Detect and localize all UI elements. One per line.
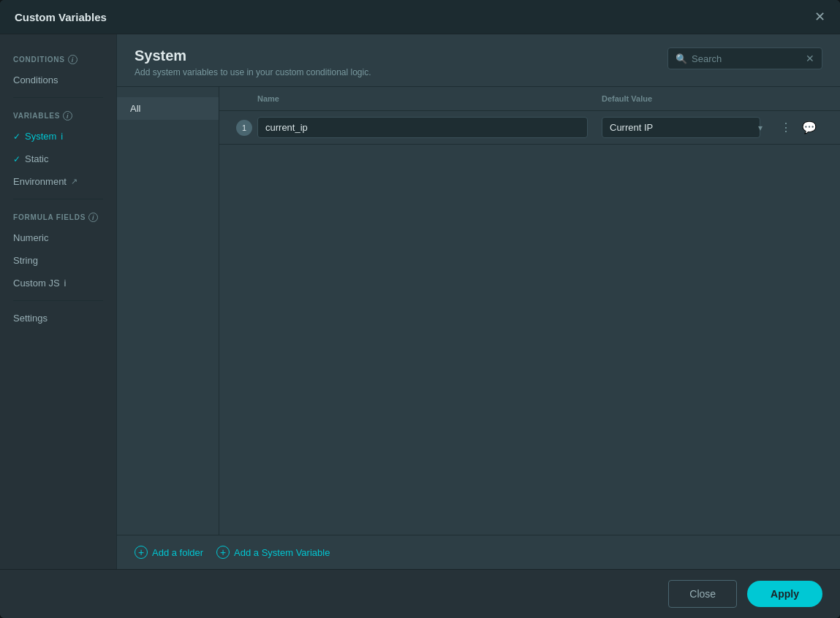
search-clear-icon[interactable]: ✕ [806,53,814,64]
default-value-select[interactable]: Current IP Static IP Dynamic IP [602,117,760,138]
sidebar-item-settings[interactable]: Settings [0,307,116,329]
th-num [231,94,257,103]
add-folder-text: Add a folder [152,547,203,558]
all-panel-item[interactable]: All [117,97,219,120]
row-number: 1 [236,120,252,136]
th-default-value: Default Value [602,94,777,103]
td-num: 1 [231,120,257,136]
search-input[interactable] [692,53,801,64]
search-box[interactable]: 🔍 ✕ [667,47,822,69]
sidebar-custom-js-text: Custom JS [13,278,60,289]
main-content: System Add system variables to use in yo… [117,34,840,569]
search-icon: 🔍 [676,53,687,64]
close-icon[interactable]: ✕ [814,10,825,23]
add-folder-link[interactable]: + Add a folder [135,546,203,559]
modal-title: Custom Variables [15,11,107,23]
table-header: Name Default Value [219,87,840,111]
th-name: Name [257,94,602,103]
td-default: Current IP Static IP Dynamic IP [602,117,777,138]
sidebar-item-numeric[interactable]: Numeric [0,226,116,249]
table-row: 1 Current IP Static IP Dyna [219,111,840,145]
add-variable-link[interactable]: + Add a System Variable [216,546,330,559]
sidebar-item-environment[interactable]: Environment ↗ [0,170,116,193]
modal-header: Custom Variables ✕ [0,0,840,34]
variable-name-input[interactable] [257,117,588,138]
modal-body: CONDITIONS i Conditions VARIABLES i ✓ Sy… [0,34,840,569]
external-link-icon: ↗ [71,177,77,186]
add-variable-text: Add a System Variable [234,547,330,558]
sidebar-item-custom-js[interactable]: Custom JS i [0,272,116,294]
sidebar-settings-text: Settings [13,313,48,324]
sidebar-divider-3 [13,300,103,301]
add-variable-icon: + [216,546,230,559]
sidebar-item-system[interactable]: ✓ System i [0,125,116,148]
modal-footer: Close Apply [0,569,840,618]
variables-info-icon: i [63,111,72,121]
sidebar-item-string[interactable]: String [0,249,116,272]
close-button[interactable]: Close [668,580,737,608]
main-header: System Add system variables to use in yo… [117,34,840,87]
sidebar-item-conditions[interactable]: Conditions [0,69,116,91]
content-area: All Name Default Value 1 [117,87,840,535]
main-title: System [135,47,371,64]
more-options-button[interactable]: ⋮ [777,119,795,136]
apply-button[interactable]: Apply [747,581,822,607]
th-actions [777,94,828,103]
sidebar-item-static[interactable]: ✓ Static [0,148,116,170]
sidebar-formula-label: FORMULA FIELDS i [0,205,116,226]
main-subtitle: Add system variables to use in your cust… [135,67,371,77]
system-check-icon: ✓ [13,131,20,142]
static-check-icon: ✓ [13,154,20,164]
sidebar-static-text: Static [25,153,49,164]
td-name [257,117,602,138]
modal-overlay: Custom Variables ✕ CONDITIONS i Conditio… [0,0,840,618]
conditions-info-icon: i [68,55,77,64]
all-panel: All [117,87,219,535]
sidebar-conditions-text: Conditions [13,75,58,85]
sidebar-system-text: System [25,131,56,142]
sidebar-conditions-label: CONDITIONS i [0,47,116,69]
add-folder-icon: + [135,546,148,559]
td-actions: ⋮ 💬 [777,119,828,136]
sidebar: CONDITIONS i Conditions VARIABLES i ✓ Sy… [0,34,117,569]
footer-actions: + Add a folder + Add a System Variable [117,535,840,569]
sidebar-numeric-text: Numeric [13,232,48,243]
system-info-icon: i [61,131,63,142]
sidebar-environment-text: Environment [13,176,67,187]
custom-js-info-icon: i [64,278,67,289]
sidebar-string-text: String [13,255,38,266]
formula-info-icon: i [88,213,98,222]
variables-table: Name Default Value 1 [219,87,840,535]
sidebar-divider-2 [13,199,103,199]
custom-variables-modal: Custom Variables ✕ CONDITIONS i Conditio… [0,0,840,618]
sidebar-variables-label: VARIABLES i [0,104,116,125]
select-wrapper: Current IP Static IP Dynamic IP [602,117,768,138]
sidebar-divider-1 [13,97,103,98]
comment-button[interactable]: 💬 [799,119,820,136]
main-header-left: System Add system variables to use in yo… [135,47,371,77]
